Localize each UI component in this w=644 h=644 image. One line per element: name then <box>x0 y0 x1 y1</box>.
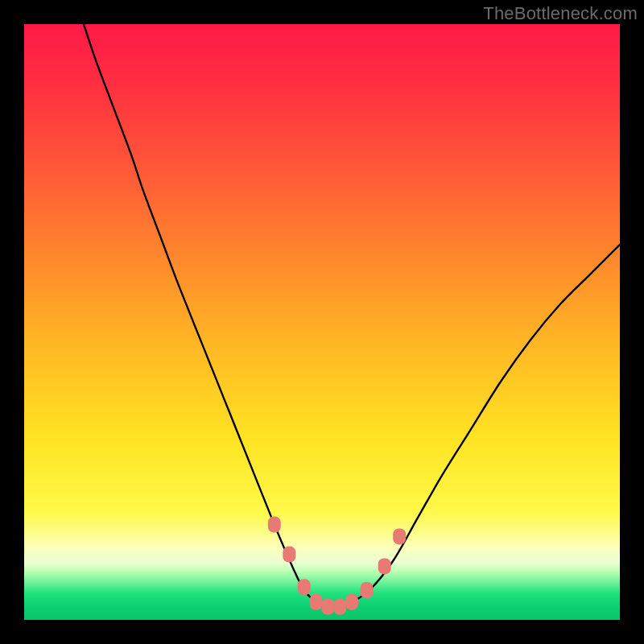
chart-frame: TheBottleneck.com <box>0 0 644 644</box>
curve-marker <box>321 599 334 615</box>
plot-area <box>24 24 620 620</box>
curve-marker <box>268 517 281 533</box>
watermark-text: TheBottleneck.com <box>483 3 638 24</box>
curve-marker <box>310 594 323 610</box>
curve-marker <box>378 558 391 574</box>
curve-marker <box>333 599 346 615</box>
curve-layer <box>24 24 620 620</box>
curve-marker <box>283 547 295 563</box>
curve-marker <box>345 594 358 610</box>
curve-marker <box>361 582 374 598</box>
bottleneck-curve <box>84 24 620 609</box>
curve-marker <box>298 579 311 595</box>
curve-marker <box>393 528 406 544</box>
